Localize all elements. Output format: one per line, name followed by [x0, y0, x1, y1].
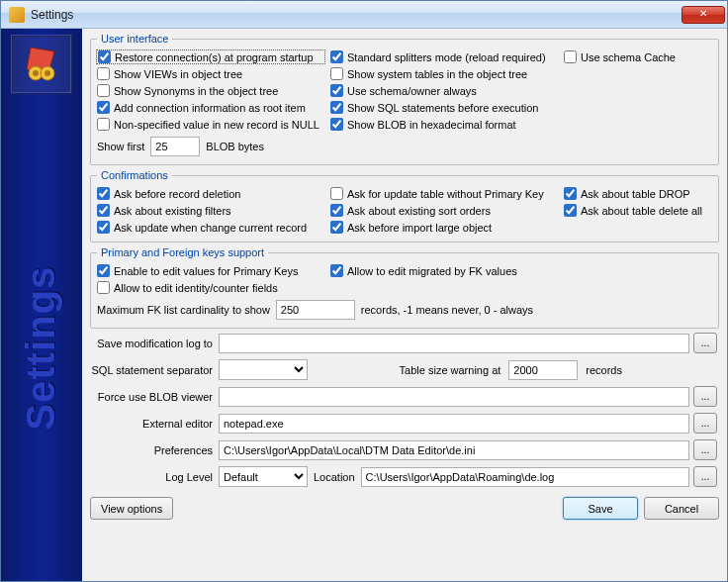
- chk-show-system-tables-box[interactable]: [330, 67, 343, 80]
- cancel-button[interactable]: Cancel: [644, 497, 719, 520]
- prefs-input[interactable]: [219, 440, 689, 460]
- sidebar-label: Settings: [20, 266, 64, 431]
- svg-point-2: [33, 70, 39, 76]
- location-label: Location: [314, 471, 355, 483]
- chk-show-system-tables[interactable]: Show system tables in the object tree: [330, 67, 558, 80]
- loglevel-label: Log Level: [90, 471, 215, 483]
- legend-keys: Primary and Foreign keys support: [97, 246, 268, 258]
- chk-show-views[interactable]: Show VIEWs in object tree: [97, 67, 324, 80]
- chk-use-schema-always-box[interactable]: [330, 84, 343, 97]
- maxfk-label: Maximum FK list cardinality to show: [97, 304, 270, 316]
- chk-use-schema-always[interactable]: Use schema/owner always: [330, 84, 558, 97]
- savemodlog-label: Save modification log to: [90, 338, 215, 349]
- chk-ask-filters[interactable]: Ask about existing filters: [97, 204, 324, 217]
- view-options-button[interactable]: View options: [90, 497, 173, 520]
- tablesize-suffix: records: [586, 364, 622, 376]
- chk-show-synonyms-box[interactable]: [97, 84, 110, 97]
- chk-root-info[interactable]: Add connection information as root item: [97, 101, 324, 114]
- chk-ask-sorts[interactable]: Ask about existing sort orders: [330, 204, 558, 217]
- savemodlog-input[interactable]: [219, 334, 689, 353]
- close-button[interactable]: ✕: [682, 6, 725, 24]
- chk-restore-connections-box[interactable]: [98, 50, 111, 63]
- group-keys: Primary and Foreign keys support Enable …: [90, 246, 719, 329]
- sqlsep-select[interactable]: [219, 359, 308, 380]
- group-user-interface: User interface Restore connection(s) at …: [90, 33, 719, 165]
- prefs-browse[interactable]: ...: [693, 439, 717, 460]
- forceblob-input[interactable]: [219, 387, 689, 407]
- sqlsep-label: SQL statement separator: [90, 364, 215, 376]
- settings-icon: [21, 44, 62, 85]
- chk-ask-import-lob[interactable]: Ask before import large object: [330, 221, 558, 234]
- app-icon: [9, 7, 25, 23]
- legend-confirm: Confirmations: [97, 169, 172, 181]
- chk-edit-identity[interactable]: Allow to edit identity/counter fields: [97, 281, 324, 294]
- bottom-bar: View options Save Cancel: [90, 497, 719, 520]
- chk-show-views-box[interactable]: [97, 67, 110, 80]
- chk-blob-hex-box[interactable]: [330, 118, 343, 131]
- maxfk-suffix: records, -1 means never, 0 - always: [361, 304, 533, 316]
- chk-restore-connections[interactable]: Restore connection(s) at program startup: [96, 49, 325, 64]
- content-area: User interface Restore connection(s) at …: [82, 29, 727, 581]
- forceblob-browse[interactable]: ...: [693, 386, 717, 407]
- chk-null-spec[interactable]: Non-specified value in new record is NUL…: [97, 118, 324, 131]
- chk-standard-splitters-box[interactable]: [330, 50, 343, 63]
- chk-show-synonyms[interactable]: Show Synonyms in the object tree: [97, 84, 324, 97]
- chk-ask-delete[interactable]: Ask before record deletion: [97, 187, 324, 200]
- forceblob-label: Force use BLOB viewer: [90, 391, 215, 403]
- show-first-input[interactable]: [150, 137, 200, 156]
- chk-use-schema-cache-box[interactable]: [564, 50, 577, 63]
- prefs-label: Preferences: [90, 444, 215, 456]
- group-confirmations: Confirmations Ask before record deletion…: [90, 169, 719, 242]
- chk-edit-fk[interactable]: Allow to edit migrated by FK values: [330, 264, 712, 277]
- savemodlog-browse[interactable]: ...: [693, 333, 717, 353]
- chk-ask-update-nopk[interactable]: Ask for update table without Primary Key: [330, 187, 558, 200]
- chk-show-sql-box[interactable]: [330, 101, 343, 114]
- location-browse[interactable]: ...: [693, 466, 717, 487]
- settings-window: Settings ✕ Settings User interface Res: [0, 0, 728, 582]
- chk-standard-splitters[interactable]: Standard splitters mode (reload required…: [330, 50, 558, 63]
- show-first-label: Show first: [97, 141, 144, 152]
- titlebar[interactable]: Settings ✕: [1, 1, 727, 29]
- tablesize-label: Table size warning at: [400, 364, 501, 376]
- chk-ask-update-current[interactable]: Ask update when change current record: [97, 221, 324, 234]
- save-button[interactable]: Save: [563, 497, 638, 520]
- show-first-suffix: BLOB bytes: [206, 141, 264, 152]
- exteditor-browse[interactable]: ...: [693, 413, 717, 434]
- exteditor-input[interactable]: [219, 414, 689, 434]
- chk-show-sql[interactable]: Show SQL statements before execution: [330, 101, 558, 114]
- maxfk-input[interactable]: [276, 300, 355, 320]
- chk-root-info-box[interactable]: [97, 101, 110, 114]
- window-title: Settings: [31, 8, 682, 22]
- chk-ask-drop[interactable]: Ask about table DROP: [564, 187, 712, 200]
- chk-blob-hex[interactable]: Show BLOB in hexadecimal format: [330, 118, 558, 131]
- sidebar: Settings: [1, 29, 82, 581]
- loglevel-select[interactable]: Default: [219, 466, 308, 487]
- location-input[interactable]: [361, 467, 689, 487]
- sidebar-icon: [11, 35, 72, 94]
- chk-use-schema-cache[interactable]: Use schema Cache: [564, 50, 712, 63]
- lower-fields: Save modification log to ... SQL stateme…: [90, 333, 719, 487]
- chk-ask-delete-all[interactable]: Ask about table delete all: [564, 204, 712, 217]
- chk-edit-pk[interactable]: Enable to edit values for Primary Keys: [97, 264, 324, 277]
- svg-point-4: [45, 70, 50, 76]
- chk-null-spec-box[interactable]: [97, 118, 110, 131]
- legend-ui: User interface: [97, 33, 172, 45]
- tablesize-input[interactable]: [508, 360, 578, 380]
- exteditor-label: External editor: [90, 418, 215, 430]
